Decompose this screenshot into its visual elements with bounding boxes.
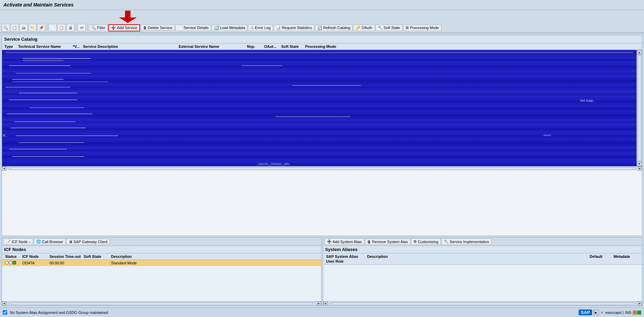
table-row[interactable] xyxy=(2,84,636,91)
table-row[interactable] xyxy=(2,57,636,64)
filter-button[interactable]: 🔍 Filter xyxy=(89,25,108,31)
service-implementation-label: Service Implementation xyxy=(450,240,489,244)
table-row[interactable] xyxy=(2,154,636,161)
icf-nodes-title: ICF Nodes xyxy=(2,246,321,253)
table-row[interactable] xyxy=(2,126,636,133)
sys-scroll-left[interactable]: ◄ xyxy=(323,302,327,306)
icf-panel-toolbar: 📝 ICF Node ↓ 🌐 Call Browser 🖥 SAP Gatewa… xyxy=(2,238,321,246)
status-checkbox[interactable] xyxy=(3,310,7,315)
status-circle-1 xyxy=(5,261,9,264)
icf-description-cell: Standard Mode xyxy=(110,261,319,265)
sys-col-desc: Description xyxy=(366,254,562,259)
service-details-button[interactable]: 📄 Service Details xyxy=(175,25,211,31)
icon-btn-2[interactable]: 📋 xyxy=(11,24,19,31)
sys-scroll-track[interactable] xyxy=(332,302,633,305)
icf-horiz-scrollbar[interactable]: ◄ ► xyxy=(2,301,321,305)
system-aliases-panel: ➕ Add System Alias 🗑 Remove System Alas … xyxy=(323,237,643,306)
icon-btn-6[interactable]: 📄 xyxy=(49,24,57,31)
table-row[interactable] xyxy=(2,105,636,112)
error-log-button[interactable]: ⚠ Error Log xyxy=(248,25,273,31)
request-statistics-button[interactable]: 📊 Request Statistics xyxy=(274,25,314,31)
delete-service-button[interactable]: 🗑 Delete Service xyxy=(141,25,175,31)
call-browser-label: Call Browser xyxy=(42,240,63,244)
icf-scroll-right[interactable]: ► xyxy=(317,302,321,306)
catalog-horiz-scrollbar[interactable]: ◄ ► xyxy=(2,166,642,170)
table-row[interactable] xyxy=(2,50,636,57)
table-row[interactable]: B... ...based xyxy=(2,133,636,140)
icf-col-timeout: Session Time-out xyxy=(49,254,83,259)
status-indicators xyxy=(633,311,641,315)
icon-btn-7[interactable]: 📋 xyxy=(57,24,66,31)
bottom-panels: 📝 ICF Node ↓ 🌐 Call Browser 🖥 SAP Gatewa… xyxy=(2,237,642,306)
table-row[interactable] xyxy=(2,140,636,147)
scroll-down-arrow[interactable]: ▼ xyxy=(637,161,642,166)
nav-right-button[interactable]: ▶ xyxy=(593,310,599,315)
catalog-scroll-left[interactable]: ◄ xyxy=(2,167,6,171)
icf-node-button[interactable]: 📝 ICF Node ↓ xyxy=(3,238,33,245)
sys-scroll-right[interactable]: ► xyxy=(638,302,642,306)
scroll-thumb[interactable] xyxy=(638,55,641,161)
table-row[interactable] xyxy=(2,64,636,70)
catalog-scroll-track[interactable] xyxy=(11,167,633,170)
table-row[interactable] xyxy=(2,112,636,119)
sys-horiz-scrollbar[interactable]: ◄ ► xyxy=(323,301,642,305)
icf-scroll-left[interactable]: ◄ xyxy=(2,302,6,306)
app-title: Activate and Maintain Services xyxy=(3,2,73,8)
service-details-label: Service Details xyxy=(183,26,208,30)
table-row[interactable] xyxy=(2,147,636,154)
status-right: SAP ▶ ▼ eseccapd | INS xyxy=(579,309,641,315)
icon-btn-4[interactable]: 📁 xyxy=(28,24,37,31)
sap-gateway-client-button[interactable]: 🖥 SAP Gateway Client xyxy=(66,239,110,245)
icon-btn-3[interactable]: 🗂 xyxy=(19,24,28,31)
catalog-table-body[interactable]: Not Supp... xyxy=(2,50,642,166)
remove-system-alias-button[interactable]: 🗑 Remove System Alas xyxy=(365,239,410,245)
icf-col-description: Description xyxy=(110,254,319,259)
status-circle-2 xyxy=(9,261,12,264)
table-row[interactable] xyxy=(2,70,636,77)
filter-icon: 🔍 xyxy=(91,26,96,30)
add-service-button[interactable]: ➕ Add Service xyxy=(108,24,140,31)
sys-col-user-role: User Role xyxy=(325,259,366,264)
oauth-icon: 🔑 xyxy=(356,26,360,30)
icf-table-row[interactable]: ODATA 00:00:00 Standard Mode xyxy=(2,260,321,266)
icon-btn-8[interactable]: 🖨 xyxy=(66,24,74,31)
status-pipe: | xyxy=(623,311,624,315)
icf-col-node: ICF Node xyxy=(21,254,49,259)
table-row[interactable]: ...ODATA_OPENIV_SRV xyxy=(2,161,636,166)
icon-btn-5[interactable]: 📌 xyxy=(37,24,45,31)
sys-table-header: SAP System Alias Description Default Met… xyxy=(323,253,642,265)
icf-scroll-track[interactable] xyxy=(11,302,312,305)
not-supp-text: Not Supp... xyxy=(580,99,595,102)
refresh-catalog-label: Refresh Catalog xyxy=(323,26,351,30)
icon-btn-1[interactable]: 🔍 xyxy=(2,24,10,31)
add-system-alias-button[interactable]: ➕ Add System Alias xyxy=(325,238,365,245)
add-system-alias-label: Add System Alias xyxy=(333,240,362,244)
vertical-scrollbar[interactable]: ▲ ▼ xyxy=(636,50,642,166)
refresh-catalog-icon: 🔃 xyxy=(317,26,322,30)
sys-col-alias: SAP System Alias xyxy=(325,254,366,259)
icon-btn-9[interactable]: ↩ xyxy=(78,24,86,31)
add-service-label: Add Service xyxy=(117,26,137,30)
sap-gateway-client-icon: 🖥 xyxy=(69,240,72,244)
username: eseccapd xyxy=(605,311,621,315)
icf-table-body: ODATA 00:00:00 Standard Mode xyxy=(2,260,321,301)
processing-mode-button[interactable]: ⚙ Processing Mode xyxy=(403,25,441,31)
table-row[interactable] xyxy=(2,91,636,98)
title-bar: Activate and Maintain Services xyxy=(0,0,644,10)
refresh-catalog-button[interactable]: 🔃 Refresh Catalog xyxy=(315,25,353,31)
catalog-scroll-right[interactable]: ► xyxy=(638,167,642,171)
table-row[interactable] xyxy=(2,119,636,126)
status-left: No System Alias Assignment and GSDO Grou… xyxy=(3,310,108,315)
table-row[interactable]: Not Supp... xyxy=(2,98,636,105)
table-row[interactable] xyxy=(2,77,636,84)
call-browser-button[interactable]: 🌐 Call Browser xyxy=(34,238,66,245)
scroll-up-arrow[interactable]: ▲ xyxy=(637,50,642,55)
service-implementation-button[interactable]: 🔧 Service Implementation xyxy=(441,238,491,245)
load-metadata-button[interactable]: 🔄 Load Metadata xyxy=(212,25,247,31)
soft-state-button[interactable]: 🔧 Soft State xyxy=(375,25,402,31)
customizing-icon: ⚙ xyxy=(413,239,417,244)
oauth-button[interactable]: 🔑 OAuth xyxy=(353,25,374,31)
indicator-2 xyxy=(637,311,641,315)
customizing-button[interactable]: ⚙ Customizing xyxy=(411,238,441,245)
add-system-alias-icon: ➕ xyxy=(327,239,332,244)
